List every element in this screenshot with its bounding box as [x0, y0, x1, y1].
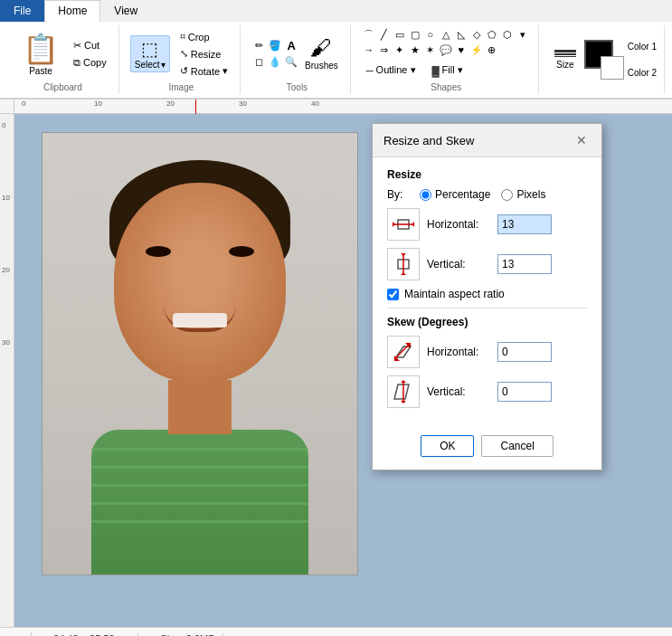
shape-speech[interactable]: 💬	[439, 43, 453, 57]
outline-icon: ─	[366, 65, 374, 76]
pencil-tool[interactable]: ✏	[251, 39, 266, 53]
paste-icon: 📋	[23, 32, 59, 66]
ruler-vertical: 0 10 20 30	[0, 114, 14, 627]
shape-heart[interactable]: ♥	[454, 43, 469, 57]
select-dropdown-icon: ▾	[161, 60, 166, 70]
ribbon-toolbar: 📋 Paste ✂ Cut ⧉ Copy Clipboard	[0, 22, 672, 99]
vertical-resize-input[interactable]	[497, 254, 552, 274]
section-divider	[387, 308, 587, 309]
ok-button[interactable]: OK	[421, 435, 474, 457]
shape-round-rect[interactable]: ▢	[408, 27, 422, 42]
tab-view[interactable]: View	[100, 0, 151, 22]
dialog-close-button[interactable]: ✕	[573, 131, 591, 149]
resize-skew-dialog: Resize and Skew ✕ Resize By: Percentage	[372, 123, 602, 470]
text-tool[interactable]: A	[284, 39, 298, 53]
dialog-footer: OK Cancel	[373, 426, 601, 470]
ribbon-group-colors: Size Color 1 Color 2	[543, 25, 665, 94]
svg-marker-7	[401, 272, 406, 275]
size-button[interactable]: Size	[550, 45, 581, 74]
pixels-radio[interactable]	[501, 189, 513, 201]
ribbon: File Home View 📋 Paste ✂ Cut	[0, 0, 672, 100]
magnify-tool[interactable]: 🔍	[284, 55, 298, 70]
shapes-panel: ⌒ ╱ ▭ ▢ ○ △ ◺ ◇ ⬠ ⬡ ▾ → ⇒ ✦ ★ ✶	[362, 27, 531, 57]
fill-icon: ▓	[432, 65, 440, 76]
vertical-skew-label: Vertical:	[427, 385, 490, 398]
dimensions-text: 24.49 × 35.59 cm	[53, 633, 130, 637]
svg-marker-13	[401, 401, 406, 403]
shape-hexagon[interactable]: ⬡	[500, 27, 515, 42]
size-label: Size:	[160, 633, 182, 637]
shape-rect[interactable]: ▭	[393, 27, 407, 42]
pixels-radio-label[interactable]: Pixels	[501, 188, 564, 201]
brushes-button[interactable]: 🖌 Brushes	[300, 34, 343, 73]
eyedropper-tool[interactable]: 💧	[268, 55, 282, 70]
resize-type-radios: Percentage Pixels	[420, 188, 564, 201]
canvas-area[interactable]: Resize and Skew ✕ Resize By: Percentage	[14, 114, 672, 627]
shape-star6[interactable]: ✶	[423, 43, 438, 57]
outline-button[interactable]: ─ Outline ▾	[362, 62, 421, 78]
horizontal-skew-input[interactable]	[497, 342, 552, 362]
brush-icon: 🖌	[310, 37, 332, 59]
maintain-aspect-label[interactable]: Maintain aspect ratio	[404, 288, 505, 300]
percentage-radio[interactable]	[420, 189, 431, 201]
horizontal-skew-icon	[391, 339, 416, 365]
size-line-thin	[554, 56, 576, 57]
horizontal-resize-label: Horizontal:	[427, 218, 490, 231]
horizontal-resize-input[interactable]	[497, 214, 552, 234]
shape-pentagon[interactable]: ⬠	[485, 27, 499, 42]
status-dimensions: 24.49 × 35.59 cm	[46, 633, 138, 637]
size-line-mid	[554, 53, 576, 55]
horizontal-resize-row: Horizontal:	[387, 208, 587, 241]
ruler-corner	[0, 100, 14, 113]
shape-ellipse[interactable]: ○	[423, 27, 438, 42]
shape-arrow2[interactable]: ⇒	[377, 43, 392, 57]
eraser-tool[interactable]: ◻	[251, 55, 266, 70]
rotate-dropdown-icon: ▾	[222, 65, 228, 77]
ruler-horizontal: 0 10 20 30 40	[0, 100, 672, 114]
ribbon-group-clipboard: 📋 Paste ✂ Cut ⧉ Copy Clipboard	[7, 25, 119, 94]
percentage-radio-label[interactable]: Percentage	[420, 188, 490, 201]
shape-line[interactable]: ╱	[377, 27, 392, 42]
rotate-button[interactable]: ↺ Rotate ▾	[175, 63, 232, 79]
horizontal-resize-icon	[391, 212, 416, 237]
copy-button[interactable]: ⧉ Copy	[69, 55, 111, 71]
fill-button[interactable]: ▓ Fill ▾	[428, 62, 468, 78]
maintain-aspect-row: Maintain aspect ratio	[387, 288, 587, 300]
shape-arrow[interactable]: →	[362, 43, 376, 57]
maintain-aspect-checkbox[interactable]	[387, 289, 399, 300]
shape-right-tri[interactable]: ◺	[454, 27, 469, 42]
horizontal-skew-row: Horizontal:	[387, 336, 587, 368]
paste-button[interactable]: 📋 Paste	[14, 27, 67, 81]
vertical-resize-label: Vertical:	[427, 258, 490, 271]
vertical-skew-input[interactable]	[497, 382, 552, 402]
color2-swatch[interactable]	[601, 56, 624, 80]
shape-more[interactable]: ▾	[516, 27, 530, 42]
color-picker[interactable]	[584, 40, 624, 80]
shape-star5[interactable]: ★	[408, 43, 422, 57]
skew-section-label: Skew (Degrees)	[387, 316, 587, 328]
status-bar: ▭ 24.49 × 35.59 cm Size: 2.0MB	[0, 627, 672, 636]
shape-diamond[interactable]: ◇	[469, 27, 484, 42]
tab-home[interactable]: Home	[44, 0, 100, 23]
svg-marker-12	[401, 380, 406, 383]
shape-star4[interactable]: ✦	[393, 43, 407, 57]
fill-tool[interactable]: 🪣	[268, 39, 282, 53]
select-icon: ⬚	[141, 38, 158, 60]
select-button[interactable]: ⬚ Select ▾	[130, 35, 170, 72]
vertical-skew-row: Vertical:	[387, 375, 587, 408]
photo-image	[42, 132, 358, 575]
shape-curve[interactable]: ⌒	[362, 27, 376, 42]
resize-button[interactable]: ⤡ Resize	[175, 46, 232, 62]
size-value: 2.0MB	[186, 633, 215, 637]
vertical-skew-icon-box	[387, 375, 420, 408]
tab-file[interactable]: File	[0, 0, 44, 22]
cut-icon: ✂	[73, 40, 81, 52]
cancel-button[interactable]: Cancel	[481, 435, 553, 457]
horizontal-resize-icon-box	[387, 208, 420, 241]
shape-triangle[interactable]: △	[439, 27, 453, 42]
shape-misc[interactable]: ⊕	[485, 43, 499, 57]
shape-flash[interactable]: ⚡	[469, 43, 484, 57]
cut-button[interactable]: ✂ Cut	[69, 38, 111, 53]
crop-icon: ⌗	[180, 31, 185, 43]
crop-button[interactable]: ⌗ Crop	[175, 29, 232, 44]
